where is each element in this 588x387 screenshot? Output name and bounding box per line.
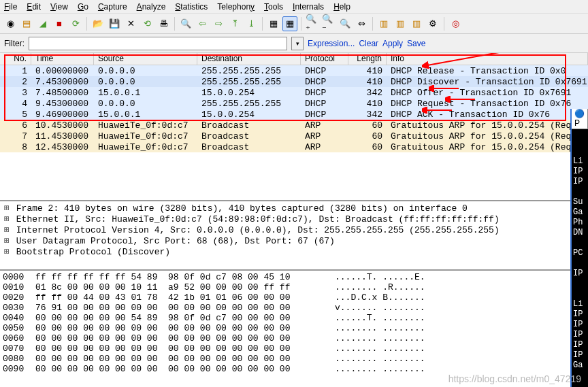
coloring-rules-icon[interactable]: ▥ (409, 16, 424, 31)
colorize-icon[interactable]: ▦ (266, 16, 281, 31)
detail-row[interactable]: ⊞ Bootstrap Protocol (Discover) (0, 246, 588, 257)
save-icon[interactable]: 💾 (107, 16, 122, 31)
hex-row[interactable]: 005000 00 00 00 00 00 00 00 00 00 00 00 … (0, 323, 588, 333)
hex-row[interactable]: 004000 00 00 00 00 00 54 89 98 0f 0d c7 … (0, 313, 588, 323)
toolbar: ◉ ▤ ◢ ■ ⟳ 📂 💾 ✕ ⟲ 🖶 🔍 ⇦ ⇨ ⤒ ⤓ ▦ ▦ 🔍⁺ 🔍⁻ … (0, 14, 588, 34)
menu-bar: File Edit View Go Capture Analyze Statis… (0, 0, 588, 14)
options-icon[interactable]: ▤ (19, 16, 34, 31)
reload-icon[interactable]: ⟲ (140, 16, 154, 31)
back-icon[interactable]: ⇦ (195, 16, 210, 31)
jump-icon[interactable]: ⤒ (227, 16, 242, 31)
menu-view[interactable]: View (50, 2, 68, 12)
start-icon[interactable]: ◢ (35, 16, 50, 31)
packet-list-header: No. Time Source Destination Protocol Len… (0, 53, 588, 65)
capture-filters-icon[interactable]: ▥ (376, 16, 391, 31)
apply-link[interactable]: Apply (382, 39, 403, 48)
hex-row[interactable]: 008000 00 00 00 00 00 00 00 00 00 00 00 … (0, 354, 588, 364)
packet-row[interactable]: 10.000000000.0.0.0255.255.255.255DHCP410… (0, 65, 588, 76)
overlapping-window-text: Li IP IP Su Ga Ph DN PC IP Li IP IP IP I… (572, 109, 588, 372)
packet-row[interactable]: 37.4850000015.0.0.115.0.0.254DHCP342DHCP… (0, 87, 588, 98)
clear-link[interactable]: Clear (359, 39, 378, 48)
menu-analyze[interactable]: Analyze (137, 2, 166, 12)
expand-icon[interactable]: ⊞ (3, 214, 11, 224)
restart-icon[interactable]: ⟳ (68, 16, 83, 31)
packet-row[interactable]: 59.4690000015.0.0.115.0.0.254DHCP342DHCP… (0, 109, 588, 120)
expand-icon[interactable]: ⊞ (3, 235, 11, 246)
packet-row[interactable]: 27.453000000.0.0.0255.255.255.255DHCP410… (0, 76, 588, 87)
menu-go[interactable]: Go (78, 2, 88, 12)
menu-help[interactable]: Help (333, 2, 350, 12)
menu-capture[interactable]: Capture (98, 2, 127, 12)
help-icon[interactable]: ◎ (448, 16, 463, 31)
close-icon[interactable]: ✕ (123, 16, 138, 31)
zoom-out-icon[interactable]: 🔍⁻ (321, 16, 336, 31)
detail-row[interactable]: ⊞ Internet Protocol Version 4, Src: 0.0.… (0, 224, 588, 235)
hex-row[interactable]: 0000ff ff ff ff ff ff 54 89 98 0f 0d c7 … (0, 272, 588, 282)
col-no[interactable]: No. (0, 53, 31, 65)
hex-row[interactable]: 0020ff ff 00 44 00 43 01 78 42 1b 01 01 … (0, 292, 588, 303)
stop-icon[interactable]: ■ (52, 16, 67, 31)
packet-row[interactable]: 49.453000000.0.0.0255.255.255.255DHCP410… (0, 98, 588, 109)
col-protocol[interactable]: Protocol (301, 53, 348, 65)
zoom-reset-icon[interactable]: 🔍 (338, 16, 353, 31)
expand-icon[interactable]: ⊞ (3, 246, 11, 257)
expression-link[interactable]: Expression... (308, 39, 355, 48)
packet-row[interactable]: 711.4530000HuaweiTe_0f:0d:c7BroadcastARP… (0, 131, 588, 141)
filter-dropdown-icon[interactable]: ▾ (291, 37, 304, 50)
menu-file[interactable]: File (4, 2, 17, 12)
prefs-icon[interactable]: ⚙ (425, 16, 440, 31)
col-destination[interactable]: Destination (197, 53, 301, 65)
detail-row[interactable]: ⊞ User Datagram Protocol, Src Port: 68 (… (0, 235, 588, 246)
menu-internals[interactable]: Internals (293, 2, 324, 12)
packet-row[interactable]: 812.4530000HuaweiTe_0f:0d:c7BroadcastARP… (0, 141, 588, 152)
detail-row[interactable]: ⊞ Ethernet II, Src: HuaweiTe_0f:0d:c7 (5… (0, 214, 588, 224)
resize-cols-icon[interactable]: ⇔ (354, 16, 369, 31)
hex-row[interactable]: 003076 91 00 00 00 00 00 00 00 00 00 00 … (0, 303, 588, 313)
open-icon[interactable]: 📂 (91, 16, 105, 31)
packet-details-pane[interactable]: ⊞ Frame 2: 410 bytes on wire (3280 bits)… (0, 201, 588, 271)
hex-row[interactable]: 006000 00 00 00 00 00 00 00 00 00 00 00 … (0, 333, 588, 343)
menu-edit[interactable]: Edit (27, 2, 41, 12)
col-info[interactable]: Info (387, 53, 588, 65)
print-icon[interactable]: 🖶 (156, 16, 171, 31)
goto-icon[interactable]: ⤓ (244, 16, 259, 31)
expand-icon[interactable]: ⊞ (3, 224, 11, 235)
menu-tools[interactable]: Tools (264, 2, 283, 12)
zoom-in-icon[interactable]: 🔍⁺ (305, 16, 320, 31)
hex-row[interactable]: 001001 8c 00 00 00 00 10 11 a9 52 00 00 … (0, 282, 588, 292)
save-link[interactable]: Save (407, 39, 425, 48)
col-length[interactable]: Length (348, 53, 387, 65)
expand-icon[interactable]: ⊞ (3, 203, 11, 214)
col-time[interactable]: Time (31, 53, 94, 65)
hex-row[interactable]: 009000 00 00 00 00 00 00 00 00 00 00 00 … (0, 364, 588, 374)
menu-statistics[interactable]: Statistics (175, 2, 208, 12)
col-source[interactable]: Source (94, 53, 197, 65)
packet-bytes-pane[interactable]: 0000ff ff ff ff ff ff 54 89 98 0f 0d c7 … (0, 271, 588, 382)
overlapping-window-tab[interactable]: 🔵 P (571, 109, 588, 129)
filter-input[interactable] (29, 37, 287, 50)
autoscroll-icon[interactable]: ▦ (282, 16, 297, 31)
interfaces-icon[interactable]: ◉ (3, 16, 18, 31)
packet-list-pane[interactable]: No. Time Source Destination Protocol Len… (0, 53, 588, 201)
filter-bar: Filter: ▾ Expression... Clear Apply Save (0, 34, 588, 53)
forward-icon[interactable]: ⇨ (211, 16, 226, 31)
detail-row[interactable]: ⊞ Frame 2: 410 bytes on wire (3280 bits)… (0, 203, 588, 214)
packet-row[interactable]: 610.4530000HuaweiTe_0f:0d:c7BroadcastARP… (0, 120, 588, 131)
menu-telephony[interactable]: Telephony (217, 2, 255, 12)
hex-row[interactable]: 007000 00 00 00 00 00 00 00 00 00 00 00 … (0, 343, 588, 354)
overlapping-window: 🔵 P Li IP IP Su Ga Ph DN PC IP Li IP IP … (570, 109, 588, 387)
filter-label: Filter: (4, 39, 24, 48)
find-icon[interactable]: 🔍 (178, 16, 193, 31)
display-filters-icon[interactable]: ▥ (393, 16, 408, 31)
